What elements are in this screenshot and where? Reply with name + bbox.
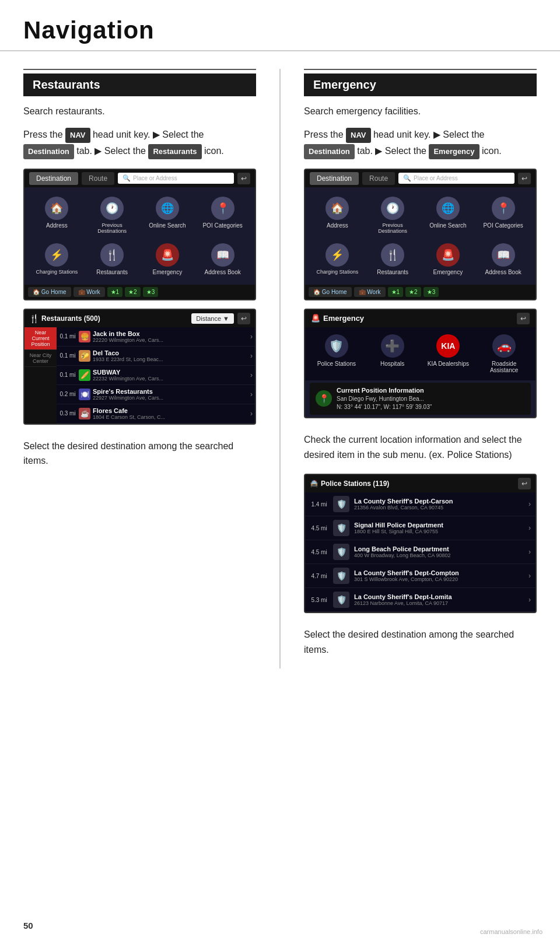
back-btn-right[interactable]: ↩ [518,173,531,184]
route-tab-right[interactable]: Route [362,172,395,185]
nav-topbar-left: Destination Route 🔍 Place or Address ↩ [24,170,255,187]
page-header: Navigation [0,0,560,51]
list-screen-title: 🍴 Restaurants (500) [29,314,188,323]
restaurants-icon: 🍴 [100,243,124,267]
roadside-assistance-cell[interactable]: 🚗 Roadside Assistance [477,334,531,373]
list-item[interactable]: 0.1 mi 🥖 SUBWAY 22232 Wilmington Ave, Ca… [57,366,255,385]
address-icon-cell[interactable]: 🏠 Address [29,192,85,239]
police-stations-screen: 🚔 Police Stations (119) ↩ 1.4 mi 🛡️ La C… [304,474,537,613]
near-city-center-section[interactable]: Near City Center [24,350,57,367]
emergency-icon-grid: 🛡️ Police Stations ➕ Hospitals KIA KIA D… [305,327,536,380]
emergency-icon-left: 🚨 [156,243,179,267]
restaurant-icon-5: ☕ [79,408,90,419]
fav2-btn-left[interactable]: ★2 [125,287,141,297]
address-book-icon-cell[interactable]: 📖 Address Book [195,239,250,280]
current-position-bar: 📍 Current Position Information San Diego… [310,383,531,415]
back-btn-left[interactable]: ↩ [237,173,250,184]
restaurants-icon-cell[interactable]: 🍴 Restaurants [85,239,140,280]
emergency-select-text: Select the desired destination among the… [304,627,537,657]
emergency-icon-cell-r[interactable]: 🚨 Emergency [421,239,476,280]
police-topbar: 🚔 Police Stations (119) ↩ [305,475,536,492]
chevron-right-police-4: › [528,572,531,580]
chevron-right-police-3: › [528,548,531,556]
address-icon-r: 🏠 [326,197,349,220]
destination-tab-right[interactable]: Destination [310,172,359,185]
near-current-position-section[interactable]: Near Current Position [24,327,57,350]
destination-tab-left[interactable]: Destination [29,172,78,185]
fav2-btn-right[interactable]: ★2 [405,287,421,297]
watermark: carmanualsonline.info [480,928,542,935]
previous-icon: 🕐 [100,197,124,220]
emerg-back-btn[interactable]: ↩ [517,313,530,324]
go-home-btn-right[interactable]: 🏠 Go Home [309,287,352,297]
restaurants-icon-cell-r[interactable]: 🍴 Restaurants [365,239,421,280]
online-search-icon-cell[interactable]: 🌐 Online Search [140,192,195,239]
police-logo-1: 🛡️ [333,496,349,512]
gps-icon: 📍 [316,390,332,407]
address-icon-cell-r[interactable]: 🏠 Address [310,192,365,239]
left-column: Restaurants Search restaurants. Press th… [23,69,256,669]
work-btn-right[interactable]: 💼 Work [354,287,386,297]
distance-filter-btn[interactable]: Distance ▼ [191,313,234,324]
online-search-icon: 🌐 [156,197,179,220]
emergency-instructions: Press the NAV head unit key. ▶ Select th… [304,127,537,159]
charging-icon-r: ⚡ [326,243,349,267]
list-item[interactable]: 4.5 mi 🛡️ Long Beach Police Department 4… [305,540,536,564]
online-search-icon-cell-r[interactable]: 🌐 Online Search [421,192,476,239]
list-item[interactable]: 4.5 mi 🛡️ Signal Hill Police Department … [305,516,536,540]
chevron-right-icon-5: › [250,410,253,418]
destination-icon-grid-left: 🏠 Address 🕐 Previous Destinations 🌐 Onli… [24,187,255,285]
nav-bottombar-left: 🏠 Go Home 💼 Work ★1 ★2 ★3 [24,285,255,299]
page-number: 50 [23,921,33,930]
fav1-btn-left[interactable]: ★1 [107,287,123,297]
search-bar-right[interactable]: 🔍 Place or Address [398,173,514,184]
search-bar-left[interactable]: 🔍 Place or Address [118,173,234,184]
hospitals-cell[interactable]: ➕ Hospitals [366,334,419,373]
roadside-assistance-icon: 🚗 [492,334,516,358]
police-stations-cell[interactable]: 🛡️ Police Stations [310,334,363,373]
kia-dealerships-cell[interactable]: KIA KIA Dealerships [422,334,475,373]
list-item[interactable]: 0.3 mi ☕ Flores Cafe 1804 E Carson St, C… [57,404,255,424]
police-logo-5: 🛡️ [333,592,349,608]
emergency-check-text: Check the current location information a… [304,432,537,462]
charging-stations-icon-cell-r[interactable]: ⚡ Charging Stations [310,239,365,280]
list-item[interactable]: 4.7 mi 🛡️ La County Sheriff's Dept-Compt… [305,564,536,588]
hospitals-icon: ➕ [381,334,404,358]
list-item[interactable]: 5.3 mi 🛡️ La County Sheriff's Dept-Lomit… [305,588,536,612]
previous-destinations-icon-cell-r[interactable]: 🕐 Previous Destinations [365,192,421,239]
address-book-icon: 📖 [211,243,235,267]
list-item[interactable]: 0.2 mi 🍽️ Spire's Restaurants 22927 Wilm… [57,385,255,404]
fav3-btn-left[interactable]: ★3 [143,287,159,297]
police-back-btn[interactable]: ↩ [518,478,531,489]
nav-bottombar-right: 🏠 Go Home 💼 Work ★1 ★2 ★3 [305,285,536,299]
previous-destinations-icon-cell[interactable]: 🕐 Previous Destinations [85,192,140,239]
fav1-btn-right[interactable]: ★1 [388,287,404,297]
restaurant-icon-1: 🍔 [79,331,90,342]
police-logo-3: 🛡️ [333,544,349,560]
list-sidebar: Near Current Position Near City Center [24,327,57,424]
police-logo-2: 🛡️ [333,520,349,536]
list-back-btn[interactable]: ↩ [237,313,250,324]
route-tab-left[interactable]: Route [82,172,114,185]
address-book-icon-cell-r[interactable]: 📖 Address Book [475,239,531,280]
emergency-nav-screen: Destination Route 🔍 Place or Address ↩ 🏠… [304,169,537,300]
police-screen-title: 🚔 Police Stations (119) [310,480,514,488]
emergency-icon-cell-left[interactable]: 🚨 Emergency [140,239,195,280]
previous-icon-r: 🕐 [381,197,404,220]
poi-categories-icon-cell-r[interactable]: 📍 POI Categories [475,192,531,239]
poi-categories-icon-cell[interactable]: 📍 POI Categories [195,192,250,239]
chevron-down-icon: ▼ [223,315,229,322]
go-home-btn-left[interactable]: 🏠 Go Home [28,287,71,297]
list-item[interactable]: 0.1 mi 🍔 Jack in the Box 22220 Wilmingto… [57,327,255,347]
police-logo-4: 🛡️ [333,568,349,584]
police-list: 1.4 mi 🛡️ La County Sheriff's Dept-Carso… [305,492,536,612]
restaurant-list-items: 0.1 mi 🍔 Jack in the Box 22220 Wilmingto… [57,327,255,424]
column-divider [279,69,281,669]
list-item[interactable]: 1.4 mi 🛡️ La County Sheriff's Dept-Carso… [305,492,536,516]
work-btn-left[interactable]: 💼 Work [74,287,105,297]
chevron-right-icon-2: › [250,352,253,360]
list-item[interactable]: 0.1 mi 🌮 Del Taco 1933 E 223rd St, Long … [57,347,255,366]
fav3-btn-right[interactable]: ★3 [424,287,439,297]
charging-stations-icon-cell[interactable]: ⚡ Charging Stations [29,239,85,280]
current-position-address: San Diego Fwy, Huntington Bea... [337,395,432,403]
